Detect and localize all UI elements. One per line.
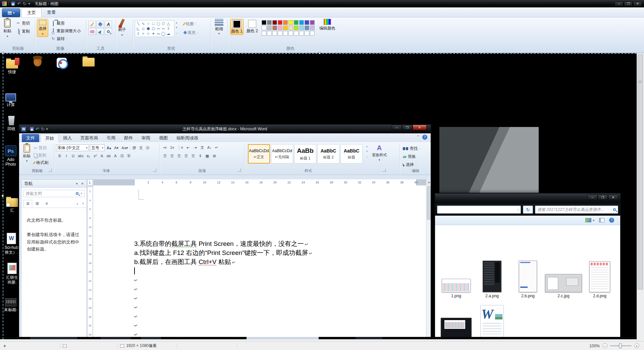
grow-font-button[interactable]: A▴ xyxy=(106,145,112,151)
cut-button[interactable]: ✂剪切 xyxy=(16,20,30,26)
change-view-button[interactable]: ▾ xyxy=(585,218,594,222)
styles-more-icon[interactable]: ⌄ xyxy=(366,155,368,158)
save-icon[interactable] xyxy=(30,127,34,131)
nav-search-box[interactable]: 搜索文档 ▾ xyxy=(23,190,85,197)
horizontal-ruler[interactable]: 246810121416182022242628303234363840 xyxy=(93,179,426,185)
minimize-button[interactable]: ─ xyxy=(392,125,402,130)
shape-icon[interactable]: ⬡ xyxy=(151,26,156,31)
pencil-tool[interactable] xyxy=(89,21,96,28)
paragraph-button[interactable]: ☰ xyxy=(183,153,189,159)
cut-button[interactable]: ✂剪切 xyxy=(34,145,48,151)
paragraph-button[interactable]: •≡ xyxy=(162,144,168,150)
clipboard-dialog-launcher[interactable] xyxy=(49,169,52,172)
paste-button[interactable]: 粘贴 ▾ xyxy=(3,19,11,38)
copy-button[interactable]: 复制 xyxy=(34,152,48,159)
paragraph-button[interactable]: ▦ xyxy=(204,153,210,159)
font-format-button[interactable]: U xyxy=(70,153,76,159)
change-case-button[interactable]: Aa▾ xyxy=(120,145,129,151)
palette-color[interactable] xyxy=(294,26,299,30)
shape-icon[interactable]: ☁ xyxy=(166,31,171,36)
scrollbar-thumb[interactable] xyxy=(427,186,431,220)
styles-scroll-up-icon[interactable]: ▴ xyxy=(366,145,368,148)
shape-icon[interactable]: ⇧ xyxy=(166,26,171,31)
palette-color[interactable] xyxy=(278,20,282,25)
font-format-button[interactable]: x₂ xyxy=(86,153,92,159)
color-picker-tool[interactable] xyxy=(97,28,104,35)
font-format-button[interactable]: ab xyxy=(106,153,112,159)
shape-icon[interactable]: ⬟ xyxy=(146,26,151,31)
paragraph-button[interactable]: ⇕ xyxy=(197,153,203,159)
word-tab[interactable]: 福昕阅读器 xyxy=(172,134,203,142)
minimize-button[interactable]: ─ xyxy=(587,194,597,200)
style-item[interactable]: AaBbCcDd ↵正文 xyxy=(248,144,270,164)
zoom-in-button[interactable]: + xyxy=(634,343,639,348)
document-page[interactable]: 3.系统自带的截屏工具 Print Screen，速度最快的，没有之一↵ a.找… xyxy=(93,185,426,339)
text-tool[interactable]: A xyxy=(105,21,112,28)
desktop-icon[interactable] xyxy=(27,57,48,68)
palette-empty[interactable] xyxy=(262,31,266,36)
file-item[interactable]: 1.png xyxy=(437,259,475,299)
shape-icon[interactable]: ○ xyxy=(146,21,151,26)
shape-icon[interactable]: ⬠ xyxy=(161,21,166,26)
palette-color[interactable] xyxy=(310,26,315,30)
paragraph-dialog-launcher[interactable] xyxy=(238,169,241,172)
paragraph-button[interactable]: ☰ xyxy=(162,153,168,159)
font-feature-button[interactable]: Ⓐ xyxy=(145,145,151,151)
redo-icon[interactable]: ↻ xyxy=(41,127,45,132)
font-feature-button[interactable]: 文 xyxy=(138,145,144,151)
paragraph-button[interactable]: A↓ xyxy=(206,144,213,150)
rotate-button[interactable]: ↻旋转▾ xyxy=(51,36,81,42)
shapes-more-icon[interactable]: ⌄ xyxy=(176,31,178,34)
paragraph-button[interactable]: ☰ xyxy=(190,153,196,159)
nav-tab-headings[interactable]: ≣ xyxy=(23,200,32,207)
undo-icon[interactable]: ↶ xyxy=(36,127,39,132)
refresh-button[interactable]: ↻ xyxy=(523,206,533,214)
word-tab[interactable]: 邮件 xyxy=(120,134,137,142)
styles-dialog-launcher[interactable] xyxy=(383,169,386,172)
shrink-font-button[interactable]: A▾ xyxy=(113,145,119,151)
help-button[interactable]: ? xyxy=(422,135,427,140)
address-bar[interactable]: ▾ xyxy=(437,206,521,214)
nav-tab-pages[interactable]: ⊞ xyxy=(33,200,42,207)
palette-color[interactable] xyxy=(262,20,266,25)
resize-button[interactable]: 重新调整大小 xyxy=(51,28,81,34)
font-format-button[interactable]: A xyxy=(99,153,105,159)
shape-icon[interactable]: ╲ xyxy=(136,21,141,26)
font-format-button[interactable]: abc xyxy=(77,153,85,159)
paragraph-button[interactable]: ↵ xyxy=(214,144,220,150)
palette-empty[interactable] xyxy=(310,31,315,36)
zoom-out-button[interactable]: − xyxy=(602,343,607,348)
color1-button[interactable]: 颜色 1 xyxy=(230,19,244,35)
palette-empty[interactable] xyxy=(283,31,288,36)
palette-empty[interactable] xyxy=(267,31,272,36)
shape-icon[interactable]: ◺ xyxy=(136,26,141,31)
select-button[interactable]: 选择 ▾ xyxy=(37,19,48,37)
file-item[interactable]: 怎样导出高品质测序峰图.docx xyxy=(473,304,511,339)
vertical-ruler[interactable]: 2468101214161820222426283032343638404244 xyxy=(87,187,93,339)
word-tab[interactable]: 开始 xyxy=(41,134,59,142)
nav-tab-results[interactable]: ≡ xyxy=(42,200,51,207)
palette-color[interactable] xyxy=(267,20,272,25)
styles-scroll-down-icon[interactable]: ▾ xyxy=(366,150,368,153)
shape-icon[interactable]: ▢ xyxy=(156,21,161,26)
shape-icon[interactable]: △ xyxy=(166,21,171,26)
font-format-button[interactable]: x² xyxy=(92,153,98,159)
word-tab[interactable]: 插入 xyxy=(59,134,76,142)
font-feature-button[interactable]: 拼 xyxy=(131,145,137,151)
minimize-button[interactable]: ─ xyxy=(614,1,623,6)
nav-next-icon[interactable]: ▼ xyxy=(82,202,85,205)
paint-tab[interactable]: 查看 xyxy=(42,8,61,17)
undo-icon[interactable]: ↶ xyxy=(17,1,21,6)
font-format-button[interactable]: A xyxy=(112,153,118,159)
paragraph-button[interactable]: ⋮≡ xyxy=(176,144,184,150)
word-tab[interactable]: 文件 xyxy=(22,134,39,142)
desktop-icon[interactable]: 快捷 xyxy=(1,60,23,74)
fill-tool[interactable] xyxy=(97,21,104,28)
palette-empty[interactable] xyxy=(305,31,309,36)
maximize-button[interactable]: ❐ xyxy=(624,1,633,6)
shape-icon[interactable]: ∿ xyxy=(141,21,146,26)
paragraph-button[interactable]: 1≡ xyxy=(169,144,175,150)
shape-icon[interactable]: ⇨ xyxy=(156,26,161,31)
file-item[interactable]: 2.b.png xyxy=(509,259,547,299)
collapse-ribbon-icon[interactable]: ⌃ xyxy=(417,135,420,140)
